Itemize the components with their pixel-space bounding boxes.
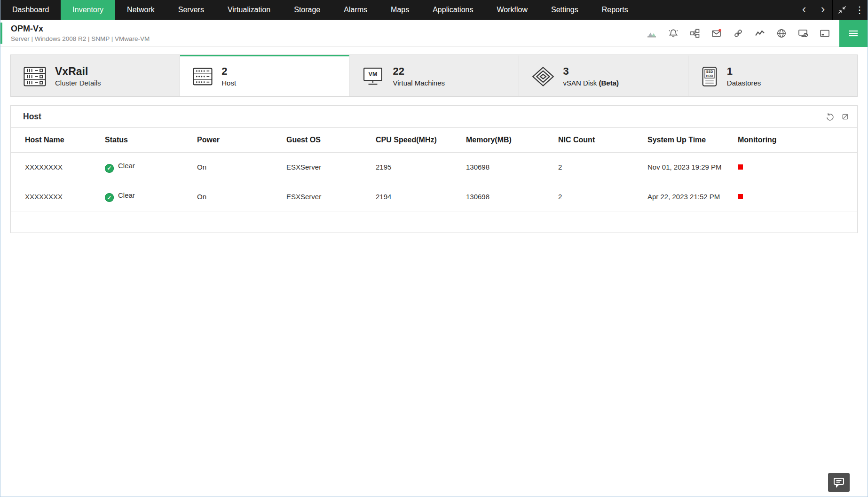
tab-text: VxRail Cluster Details bbox=[55, 66, 101, 87]
header-icons bbox=[646, 27, 831, 39]
guest-os-cell: ESXServer bbox=[282, 153, 371, 182]
host-table-body: XXXXXXXX✓ClearOnESXServer21951306982Nov … bbox=[11, 153, 857, 211]
nav-item-virtualization[interactable]: Virtualization bbox=[216, 0, 282, 20]
line-graph-icon[interactable] bbox=[754, 27, 766, 39]
host-table-header-row: Host Name Status Power Guest OS CPU Spee… bbox=[11, 128, 857, 153]
col-cpu-speed: CPU Speed(MHz) bbox=[371, 128, 461, 153]
monitoring-indicator bbox=[738, 194, 743, 199]
nav-item-alarms[interactable]: Alarms bbox=[332, 0, 379, 20]
nav-item-reports[interactable]: Reports bbox=[590, 0, 640, 20]
uptime-cell: Apr 22, 2023 21:52 PM bbox=[643, 182, 733, 211]
nav-item-dashboard[interactable]: Dashboard bbox=[0, 0, 61, 20]
col-memory: Memory(MB) bbox=[461, 128, 553, 153]
tab-text: 3 vSAN Disk (Beta) bbox=[563, 66, 619, 87]
alarm-bell-icon[interactable] bbox=[667, 27, 679, 39]
host-count: 2 bbox=[221, 66, 236, 77]
nav-item-applications[interactable]: Applications bbox=[421, 0, 485, 20]
host-table-row[interactable]: XXXXXXXX✓ClearOnESXServer21951306982Nov … bbox=[11, 153, 857, 182]
panel-title: Host bbox=[23, 112, 41, 122]
status-text: Clear bbox=[118, 162, 135, 170]
top-nav: DashboardInventoryNetworkServersVirtuali… bbox=[0, 0, 868, 20]
nav-right: ‹ › ⋮ bbox=[795, 0, 868, 20]
tab-text: 1 Datastores bbox=[727, 66, 761, 87]
terminal-icon[interactable] bbox=[819, 27, 831, 39]
mail-icon[interactable] bbox=[710, 27, 723, 39]
app-window: DashboardInventoryNetworkServersVirtuali… bbox=[0, 0, 868, 497]
tab-cluster-details[interactable]: VxRail Cluster Details bbox=[11, 55, 180, 96]
accent-bar bbox=[0, 23, 2, 44]
col-system-up-time: System Up Time bbox=[643, 128, 733, 153]
guest-os-cell: ESXServer bbox=[282, 182, 371, 211]
tab-text: 2 Host bbox=[221, 66, 236, 87]
link-icon[interactable] bbox=[732, 27, 744, 39]
globe-icon[interactable] bbox=[775, 27, 788, 39]
host-table: Host Name Status Power Guest OS CPU Spee… bbox=[11, 128, 857, 211]
host-name-cell: XXXXXXXX bbox=[11, 153, 100, 182]
vsan-label: vSAN Disk (Beta) bbox=[563, 79, 619, 87]
monitoring-cell bbox=[733, 182, 857, 211]
status-clear-icon: ✓ bbox=[105, 193, 114, 202]
tab-virtual-machines[interactable]: VM 22 Virtual Machines bbox=[349, 55, 519, 96]
nav-items: DashboardInventoryNetworkServersVirtuali… bbox=[0, 0, 640, 20]
refresh-icon[interactable] bbox=[825, 112, 834, 121]
cpu-speed-cell: 2194 bbox=[371, 182, 461, 211]
datastores-count: 1 bbox=[727, 66, 761, 77]
col-guest-os: Guest OS bbox=[282, 128, 371, 153]
summary-tabs: VxRail Cluster Details bbox=[10, 54, 858, 97]
cpu-speed-cell: 2195 bbox=[371, 153, 461, 182]
nav-item-inventory[interactable]: Inventory bbox=[61, 0, 115, 20]
nav-item-workflow[interactable]: Workflow bbox=[485, 0, 539, 20]
nav-item-servers[interactable]: Servers bbox=[166, 0, 216, 20]
chevron-left-icon[interactable]: ‹ bbox=[795, 0, 813, 20]
status-clear-icon: ✓ bbox=[105, 164, 114, 173]
monitoring-cell bbox=[733, 153, 857, 182]
performance-chart-icon[interactable] bbox=[646, 27, 658, 39]
nav-item-network[interactable]: Network bbox=[115, 0, 166, 20]
tab-datastores[interactable]: SSD HDD 1 Datastores bbox=[688, 55, 857, 96]
vsan-diamond-icon bbox=[531, 66, 555, 87]
col-monitoring: Monitoring bbox=[733, 128, 857, 153]
status-cell: ✓Clear bbox=[100, 153, 192, 182]
uptime-cell: Nov 01, 2023 19:29 PM bbox=[643, 153, 733, 182]
device-header: OPM-Vx Server | Windows 2008 R2 | SNMP |… bbox=[0, 20, 868, 47]
kebab-menu-icon[interactable]: ⋮ bbox=[852, 0, 868, 20]
memory-cell: 130698 bbox=[461, 182, 553, 211]
nav-item-settings[interactable]: Settings bbox=[539, 0, 590, 20]
cluster-title: VxRail bbox=[55, 66, 101, 78]
host-table-row[interactable]: XXXXXXXX✓ClearOnESXServer21941306982Apr … bbox=[11, 182, 857, 211]
vm-monitor-icon: VM bbox=[362, 67, 384, 86]
collapse-icon[interactable] bbox=[833, 0, 852, 20]
topology-icon[interactable] bbox=[689, 27, 701, 39]
col-power: Power bbox=[192, 128, 282, 153]
tab-text: 22 Virtual Machines bbox=[393, 66, 445, 87]
monitoring-indicator bbox=[738, 164, 743, 170]
host-rack-icon bbox=[192, 68, 213, 85]
vsan-label-text: vSAN Disk bbox=[563, 79, 597, 87]
memory-cell: 130698 bbox=[461, 153, 553, 182]
power-cell: On bbox=[192, 153, 282, 182]
nic-count-cell: 2 bbox=[553, 153, 643, 182]
menu-button[interactable] bbox=[839, 20, 868, 47]
nav-item-storage[interactable]: Storage bbox=[282, 0, 332, 20]
host-panel-header: Host bbox=[11, 106, 857, 128]
nic-count-cell: 2 bbox=[553, 182, 643, 211]
chevron-right-icon[interactable]: › bbox=[813, 0, 832, 20]
device-subtitle: Server | Windows 2008 R2 | SNMP | VMware… bbox=[11, 35, 150, 42]
svg-text:HDD: HDD bbox=[706, 74, 713, 78]
feedback-button[interactable] bbox=[828, 473, 850, 492]
cluster-rack-icon bbox=[23, 67, 47, 86]
vsan-beta-tag: (Beta) bbox=[599, 79, 619, 87]
host-panel: Host Host Name Status Power bbox=[10, 105, 858, 233]
device-disabled-icon[interactable] bbox=[797, 27, 809, 39]
vm-label: Virtual Machines bbox=[393, 79, 445, 87]
nav-item-maps[interactable]: Maps bbox=[379, 0, 421, 20]
status-cell: ✓Clear bbox=[100, 182, 192, 211]
cluster-subtitle: Cluster Details bbox=[55, 79, 101, 87]
datastores-label: Datastores bbox=[727, 79, 761, 87]
vsan-count: 3 bbox=[563, 66, 619, 77]
tab-vsan-disk[interactable]: 3 vSAN Disk (Beta) bbox=[519, 55, 688, 96]
panel-toggle-icon[interactable] bbox=[842, 113, 849, 120]
vm-count: 22 bbox=[393, 66, 445, 77]
tab-host[interactable]: 2 Host bbox=[180, 55, 349, 96]
svg-text:VM: VM bbox=[369, 71, 378, 78]
